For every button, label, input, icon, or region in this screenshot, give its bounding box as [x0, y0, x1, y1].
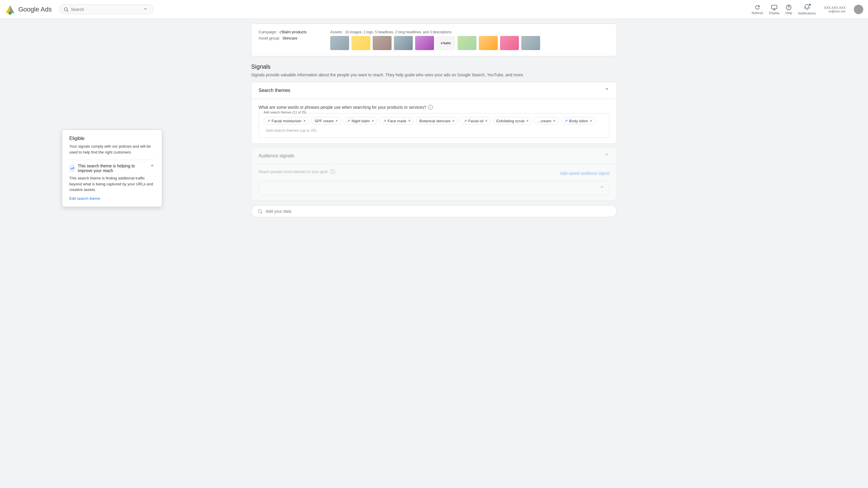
- audience-description: Reach people most relevant to your goal.…: [258, 169, 335, 174]
- tag-cream[interactable]: ...cream ×: [534, 117, 559, 125]
- search-themes-body: What are some words or phrases people us…: [251, 99, 617, 143]
- tag-remove-icon[interactable]: ×: [303, 119, 306, 123]
- search-themes-header[interactable]: Search themes ⌃: [251, 82, 617, 99]
- bottom-search-bar[interactable]: [251, 205, 617, 217]
- tag-remove-icon[interactable]: ×: [553, 119, 555, 123]
- tag-facial-oil[interactable]: ↗ Facial oil ×: [460, 117, 491, 125]
- help-label: Help: [785, 11, 792, 15]
- svg-point-9: [788, 8, 789, 9]
- campaign-value: c'Balm products: [280, 30, 307, 34]
- audience-row: Reach people most relevant to your goal.…: [258, 169, 610, 177]
- account-id-line1: XXX-XXX-XXX: [824, 6, 846, 9]
- search-themes-card: Search themes ⌃ What are some words or p…: [251, 82, 617, 144]
- trend-icon: ↗: [347, 119, 350, 123]
- thumbnail-9: [521, 36, 540, 50]
- assets-description: 10 images, 1 logo, 5 headlines, 2 long h…: [345, 30, 452, 34]
- main-content: Campaign: c'Balm products Asset group: S…: [228, 19, 640, 222]
- search-themes-title: Search themes: [258, 88, 290, 93]
- refresh-button[interactable]: Refresh: [751, 4, 763, 15]
- tag-label: Facial moisturizer: [272, 119, 302, 123]
- display-button[interactable]: Display: [769, 4, 780, 15]
- tag-remove-icon[interactable]: ×: [408, 119, 410, 123]
- help-button[interactable]: Help: [785, 4, 792, 15]
- tag-night-balm[interactable]: ↗ Night balm ×: [343, 117, 377, 125]
- assets-thumbnails: e'kalm: [330, 36, 540, 50]
- display-label: Display: [769, 11, 780, 15]
- audience-info-icon[interactable]: i: [330, 169, 335, 174]
- trend-icon-circle: [69, 164, 75, 172]
- tag-botanical-skincare[interactable]: Botanical skincare ×: [416, 117, 458, 125]
- chevron-up-icon: ⌃: [604, 87, 610, 94]
- trend-icon: ↗: [564, 119, 568, 123]
- app-title: Google Ads: [18, 6, 52, 13]
- notifications-button[interactable]: Notifications: [798, 4, 816, 15]
- tag-label: Botanical skincare: [419, 119, 451, 123]
- tag-label: Body lotion: [569, 119, 588, 123]
- thumbnail-8: [500, 36, 519, 50]
- tooltip-title: Eligible: [69, 136, 155, 141]
- thumbnail-brand: e'kalm: [436, 36, 455, 50]
- tag-remove-icon[interactable]: ×: [526, 119, 529, 123]
- thumbnail-4: [394, 36, 413, 50]
- add-saved-signal-button[interactable]: Add saved audience signal: [560, 171, 610, 176]
- tooltip-section-body: This search theme is finding additional …: [69, 175, 155, 193]
- audience-inner-card: ⌃: [258, 181, 610, 196]
- signals-section: Signals Signals provide valuable informa…: [251, 63, 617, 217]
- tag-exfoliating-scrub[interactable]: Exfoliating scrub ×: [493, 117, 532, 125]
- trend-icon: ↗: [464, 119, 467, 123]
- search-input[interactable]: [71, 7, 140, 12]
- tag-label: SPF cream: [315, 119, 334, 123]
- thumbnail-2: [351, 36, 370, 50]
- account-info: XXX-XXX-XXX xx@xxx.xxx: [824, 6, 846, 13]
- tag-spf-cream[interactable]: SPF cream ×: [311, 117, 341, 125]
- tooltip-section-header: This search theme is helping to improve …: [69, 164, 155, 173]
- signals-description: Signals provide valuable information abo…: [251, 72, 617, 77]
- campaign-card: Campaign: c'Balm products Asset group: S…: [251, 24, 617, 56]
- search-bar[interactable]: [59, 4, 153, 14]
- bottom-search-icon: [257, 209, 263, 214]
- account-id-line2: xx@xxx.xxx: [829, 9, 846, 13]
- chevron-up-icon-inner: ⌃: [599, 185, 604, 192]
- notification-badge-dot: [808, 3, 811, 6]
- search-icon: [63, 7, 69, 12]
- tag-facial-moisturizer[interactable]: ↗ Facial moisturizer ×: [264, 117, 309, 125]
- tag-label: Exfoliating scrub: [497, 119, 525, 123]
- tag-remove-icon[interactable]: ×: [371, 119, 374, 123]
- thumbnail-6: [458, 36, 476, 50]
- search-dropdown-button[interactable]: [142, 6, 149, 12]
- logo-area: Google Ads: [5, 4, 52, 15]
- trend-icon: ↗: [267, 119, 270, 123]
- edit-search-theme-link[interactable]: Edit search theme: [69, 196, 155, 201]
- thumbnail-1: [330, 36, 349, 50]
- search-themes-question: What are some words or phrases people us…: [258, 105, 610, 110]
- audience-signals-card: Audience signals ⌃ Reach people most rel…: [251, 148, 617, 201]
- tag-remove-icon[interactable]: ×: [590, 119, 592, 123]
- svg-line-4: [67, 10, 68, 11]
- tooltip-section-title: This search theme is helping to improve …: [69, 164, 148, 173]
- top-navigation: Google Ads Refresh Display: [0, 0, 868, 19]
- tag-remove-icon[interactable]: ×: [452, 119, 455, 123]
- campaign-label: Campaign:: [258, 30, 277, 34]
- tooltip-collapse-button[interactable]: ⌃: [150, 164, 155, 171]
- info-icon[interactable]: i: [428, 105, 433, 110]
- nav-actions: Refresh Display Help: [751, 4, 863, 15]
- signals-title: Signals: [251, 63, 617, 70]
- user-avatar[interactable]: [854, 5, 863, 14]
- bottom-search-input[interactable]: [266, 209, 611, 214]
- thumbnail-7: [479, 36, 498, 50]
- add-themes-placeholder[interactable]: Add search themes (up to 25): [264, 127, 319, 134]
- audience-signals-header[interactable]: Audience signals ⌃: [251, 148, 617, 164]
- trend-icon: ↗: [383, 119, 386, 123]
- tag-label: Facial oil: [468, 119, 483, 123]
- tags-container: Add search themes (11 of 25) ↗ Facial mo…: [258, 113, 610, 138]
- tag-remove-icon[interactable]: ×: [336, 119, 338, 123]
- tag-remove-icon[interactable]: ×: [485, 119, 487, 123]
- tag-body-lotion[interactable]: ↗ Body lotion ×: [561, 117, 596, 125]
- tag-label: ...cream: [537, 119, 551, 123]
- tags-label: Add search themes (11 of 25): [262, 110, 308, 114]
- assets-label: Assets:: [330, 30, 343, 34]
- tag-face-mask[interactable]: ↗ Face mask ×: [380, 117, 414, 125]
- tag-label: Face mask: [388, 119, 407, 123]
- tag-label: Night balm: [351, 119, 370, 123]
- asset-group-label: Asset group:: [258, 36, 280, 40]
